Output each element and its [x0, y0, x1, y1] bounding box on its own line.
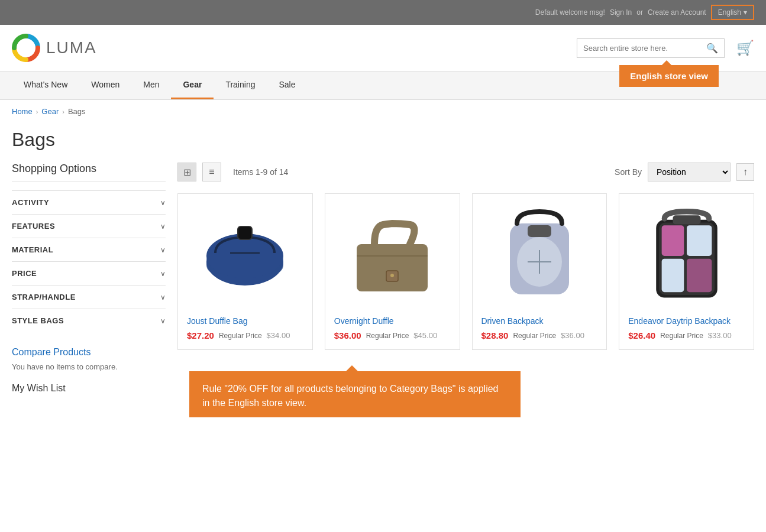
items-count: Items 1-9 of 14: [233, 167, 288, 177]
product-card[interactable]: Endeavor Daytrip Backpack $26.40 Regular…: [619, 193, 754, 350]
chevron-down-icon: ∨: [160, 317, 166, 325]
svg-rect-22: [673, 215, 700, 224]
svg-rect-4: [238, 226, 252, 239]
rule-banner: Rule "20% OFF for all products belonging…: [189, 371, 521, 417]
product-image: [628, 203, 745, 309]
product-name[interactable]: Endeavor Daytrip Backpack: [628, 316, 745, 326]
compare-empty-message: You have no items to compare.: [12, 362, 166, 371]
chevron-down-icon: ∨: [160, 199, 166, 207]
signin-link[interactable]: Sign In: [610, 8, 632, 17]
sale-price: $27.20: [187, 330, 214, 340]
toolbar-left: ⊞ ≡ Items 1-9 of 14: [177, 163, 288, 181]
toolbar-right: Sort By PositionProduct NamePrice ↑: [615, 163, 754, 181]
nav-item-women[interactable]: Women: [79, 72, 131, 99]
regular-price-label: Regular Price: [366, 332, 409, 340]
compare-products-title[interactable]: Compare Products: [12, 347, 166, 358]
filter-label: MATERIAL: [12, 245, 53, 254]
search-input[interactable]: [583, 44, 706, 53]
store-view-tooltip: English store view: [619, 65, 719, 87]
products-grid: Joust Duffle Bag $27.20 Regular Price $3…: [177, 193, 754, 350]
chevron-down-icon: ∨: [160, 270, 166, 278]
logo-icon: [12, 34, 40, 62]
breadcrumb-home[interactable]: Home: [12, 107, 33, 116]
breadcrumb-gear[interactable]: Gear: [41, 107, 59, 116]
filter-material[interactable]: MATERIAL∨: [12, 238, 166, 261]
sale-price: $26.40: [628, 330, 655, 340]
logo-text: LUMA: [46, 38, 97, 57]
regular-price: $33.00: [708, 331, 732, 340]
or-separator: or: [636, 8, 643, 17]
search-button[interactable]: 🔍: [706, 43, 718, 54]
product-price: $36.00 Regular Price $45.00: [334, 330, 451, 340]
shopping-options-title: Shopping Options: [12, 163, 166, 181]
filter-style-bags[interactable]: STYLE BAGS∨: [12, 309, 166, 332]
filter-label: STYLE BAGS: [12, 316, 64, 325]
sale-price: $36.00: [334, 330, 361, 340]
product-image: [334, 203, 451, 309]
create-account-link[interactable]: Create an Account: [648, 8, 706, 17]
filter-label: FEATURES: [12, 222, 55, 231]
chevron-down-icon: ∨: [160, 222, 166, 231]
breadcrumb-current: Bags: [68, 107, 86, 116]
svg-rect-19: [687, 225, 712, 256]
nav-item-training[interactable]: Training: [214, 72, 267, 99]
product-image: [187, 203, 303, 309]
product-card[interactable]: Joust Duffle Bag $27.20 Regular Price $3…: [177, 193, 313, 350]
filter-features[interactable]: FEATURES∨: [12, 214, 166, 238]
regular-price: $45.00: [413, 331, 437, 340]
product-name[interactable]: Joust Duffle Bag: [187, 316, 303, 326]
welcome-message: Default welcome msg!: [535, 8, 605, 17]
compare-products-section: Compare Products You have no items to co…: [12, 347, 166, 371]
chevron-down-icon: ∨: [160, 293, 166, 301]
sort-select[interactable]: PositionProduct NamePrice: [648, 163, 731, 181]
filter-label: ACTIVITY: [12, 198, 49, 207]
sort-direction-button[interactable]: ↑: [736, 163, 754, 181]
filter-strap-handle[interactable]: STRAP/HANDLE∨: [12, 285, 166, 309]
wishlist-title: My Wish List: [12, 383, 166, 394]
regular-price-label: Regular Price: [513, 332, 556, 340]
svg-rect-13: [528, 225, 551, 237]
cart-icon[interactable]: 🛒: [736, 40, 754, 56]
page-title: Bags: [0, 123, 766, 163]
regular-price-label: Regular Price: [219, 332, 262, 340]
list-view-button[interactable]: ≡: [202, 163, 221, 181]
svg-rect-18: [661, 225, 684, 256]
filter-label: PRICE: [12, 269, 37, 278]
product-card[interactable]: Driven Backpack $28.80 Regular Price $36…: [472, 193, 607, 350]
nav-item-sale[interactable]: Sale: [267, 72, 307, 99]
regular-price-label: Regular Price: [660, 332, 703, 340]
products-area: ⊞ ≡ Items 1-9 of 14 Sort By PositionProd…: [177, 163, 754, 394]
filter-activity[interactable]: ACTIVITY∨: [12, 190, 166, 214]
svg-rect-21: [687, 259, 712, 292]
my-wishlist-section: My Wish List: [12, 383, 166, 394]
nav-item-gear[interactable]: Gear: [171, 72, 214, 99]
header-right: 🔍 🛒 English store view: [577, 38, 754, 58]
filter-label: STRAP/HANDLE: [12, 293, 76, 301]
main-layout: Shopping Options ACTIVITY∨FEATURES∨MATER…: [0, 163, 766, 417]
nav-item-men[interactable]: Men: [131, 72, 171, 99]
product-price: $26.40 Regular Price $33.00: [628, 330, 745, 340]
top-bar: Default welcome msg! Sign In or Create a…: [0, 0, 766, 25]
product-price: $28.80 Regular Price $36.00: [481, 330, 598, 340]
logo[interactable]: LUMA: [12, 34, 97, 62]
nav-item-whatsnew[interactable]: What's New: [12, 72, 79, 99]
breadcrumb-sep1: ›: [36, 108, 38, 115]
language-selector[interactable]: English ▾: [711, 5, 754, 20]
product-name[interactable]: Overnight Duffle: [334, 316, 451, 326]
regular-price: $34.00: [267, 331, 290, 340]
product-image: [481, 203, 598, 309]
sidebar: Shopping Options ACTIVITY∨FEATURES∨MATER…: [12, 163, 166, 394]
svg-point-9: [390, 274, 394, 277]
product-name[interactable]: Driven Backpack: [481, 316, 598, 326]
grid-view-button[interactable]: ⊞: [177, 163, 196, 181]
breadcrumb: Home › Gear › Bags: [0, 100, 766, 123]
sort-label: Sort By: [615, 167, 642, 177]
search-wrap: 🔍: [577, 38, 725, 58]
svg-rect-6: [357, 244, 428, 291]
filter-price[interactable]: PRICE∨: [12, 261, 166, 285]
toolbar: ⊞ ≡ Items 1-9 of 14 Sort By PositionProd…: [177, 163, 754, 181]
regular-price: $36.00: [561, 331, 584, 340]
svg-point-3: [206, 233, 283, 278]
product-price: $27.20 Regular Price $34.00: [187, 330, 303, 340]
product-card[interactable]: Overnight Duffle $36.00 Regular Price $4…: [325, 193, 460, 350]
